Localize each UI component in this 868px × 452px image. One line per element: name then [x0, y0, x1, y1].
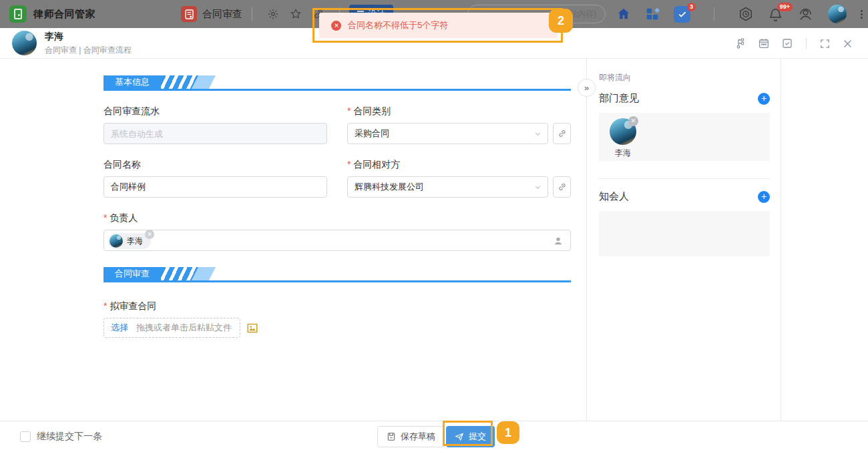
- chevron-down-icon: [534, 130, 541, 138]
- support-icon[interactable]: [797, 6, 814, 23]
- annotation-step-1: 1: [497, 421, 519, 444]
- fullscreen-icon[interactable]: [819, 38, 831, 49]
- error-icon: [331, 21, 341, 31]
- file-upload-hint: 拖拽或者单击后粘贴文件: [136, 322, 232, 334]
- star-icon[interactable]: [290, 8, 302, 20]
- owner-label: 负责人: [103, 212, 571, 224]
- category-select[interactable]: 采购合同: [347, 123, 548, 144]
- submit-button[interactable]: 提交: [446, 426, 495, 447]
- cc-members-panel: [599, 211, 770, 256]
- action-bar: 继续提交下一条 保存草稿 提交: [0, 421, 868, 452]
- draft-icon: [387, 432, 396, 441]
- home-icon[interactable]: [616, 7, 631, 21]
- section-basic-info: 基本信息: [103, 75, 571, 91]
- more-dots-icon[interactable]: [861, 10, 863, 19]
- contract-review-app-icon: [181, 6, 197, 22]
- user-avatar[interactable]: [828, 5, 847, 23]
- apps-grid-icon[interactable]: [645, 7, 660, 21]
- bell-badge: 99+: [777, 3, 793, 11]
- owner-picker[interactable]: 李海 ✕: [103, 230, 571, 251]
- save-draft-label: 保存草稿: [401, 431, 435, 443]
- breadcrumb: 合同审查 | 合同审查流程: [45, 45, 132, 56]
- counterparty-select[interactable]: 辉腾科技发展公司: [347, 176, 548, 198]
- section-contract-review: 合同审查: [103, 267, 571, 282]
- error-toast: 合同名称不得低于5个字符: [319, 13, 558, 38]
- category-value: 采购合同: [355, 128, 389, 140]
- requester-avatar: [12, 31, 37, 55]
- submit-label: 提交: [469, 431, 486, 443]
- flow-label: 即将流向: [599, 72, 770, 83]
- contract-name-label: 合同名称: [103, 159, 327, 171]
- counterparty-link-button[interactable]: [553, 176, 571, 198]
- app-logo-icon: [9, 5, 27, 23]
- remove-member-icon[interactable]: ✕: [628, 116, 638, 126]
- active-tab-label: 合同审查: [202, 8, 242, 21]
- dept-member: ✕ 李海: [608, 118, 638, 156]
- requester-name: 李海: [45, 31, 132, 43]
- workflow-icon[interactable]: [734, 37, 746, 49]
- continue-next-checkbox-group[interactable]: 继续提交下一条: [20, 431, 102, 443]
- calendar-icon[interactable]: [758, 37, 770, 49]
- check-square-icon[interactable]: [781, 37, 793, 49]
- divider: [714, 7, 714, 21]
- continue-next-label: 继续提交下一条: [37, 431, 102, 443]
- task-check-icon[interactable]: 3: [674, 6, 690, 23]
- paper-plane-icon: [455, 432, 464, 441]
- divider: [252, 7, 252, 21]
- owner-chip-avatar: [110, 234, 123, 248]
- bell-icon[interactable]: 99+: [768, 7, 783, 22]
- error-message: 合同名称不得低于5个字符: [348, 19, 448, 31]
- section-review-title: 合同审查: [103, 267, 161, 280]
- member-name: 李海: [615, 148, 631, 159]
- serial-input: [103, 123, 327, 144]
- category-label: 合同类别: [347, 105, 571, 118]
- file-select-link[interactable]: 选择: [111, 322, 128, 334]
- task-badge: 3: [687, 3, 696, 11]
- form-canvas: 基本信息 合同审查流水 合同类别 采购合同: [0, 59, 868, 421]
- cc-title: 知会人: [599, 190, 629, 203]
- image-paste-icon[interactable]: [246, 322, 258, 334]
- contract-form: 基本信息 合同审查流水 合同类别 采购合同: [103, 75, 571, 338]
- divider: [599, 178, 770, 179]
- dept-members-panel: ✕ 李海: [599, 113, 770, 161]
- chevron-down-icon: [534, 184, 541, 191]
- counterparty-label: 合同相对方: [347, 159, 571, 171]
- annotation-step-2: 2: [549, 9, 573, 33]
- owner-chip-name: 李海: [127, 236, 143, 247]
- category-link-button[interactable]: [553, 123, 571, 144]
- add-dept-approver-button[interactable]: [758, 93, 770, 105]
- topbar-right-icons: 3 99+: [616, 0, 863, 28]
- serial-label: 合同审查流水: [103, 105, 327, 118]
- file-label: 拟审查合同: [103, 300, 571, 312]
- active-app-tab[interactable]: 合同审查: [181, 6, 242, 22]
- section-basic-title: 基本信息: [103, 75, 161, 89]
- add-cc-button[interactable]: [758, 191, 770, 203]
- hexagon-clock-icon[interactable]: [738, 6, 754, 22]
- flow-sidebar: » 即将流向 部门意见 ✕ 李海 知会人: [586, 59, 781, 421]
- continue-next-checkbox[interactable]: [20, 431, 31, 442]
- counterparty-value: 辉腾科技发展公司: [355, 181, 424, 193]
- app-title: 律师合同管家: [33, 8, 95, 21]
- remove-owner-icon[interactable]: ✕: [145, 230, 154, 239]
- owner-chip[interactable]: 李海 ✕: [108, 233, 151, 249]
- person-picker-icon[interactable]: [553, 236, 564, 246]
- file-upload-dropzone[interactable]: 选择 拖拽或者单击后粘贴文件: [103, 318, 240, 338]
- close-icon[interactable]: [842, 38, 853, 49]
- gear-icon[interactable]: [267, 8, 279, 20]
- collapse-sidebar-button[interactable]: »: [578, 79, 596, 97]
- divider: [806, 38, 807, 49]
- dept-opinion-title: 部门意见: [599, 92, 639, 105]
- save-draft-button[interactable]: 保存草稿: [377, 426, 445, 447]
- contract-name-input[interactable]: [103, 176, 327, 198]
